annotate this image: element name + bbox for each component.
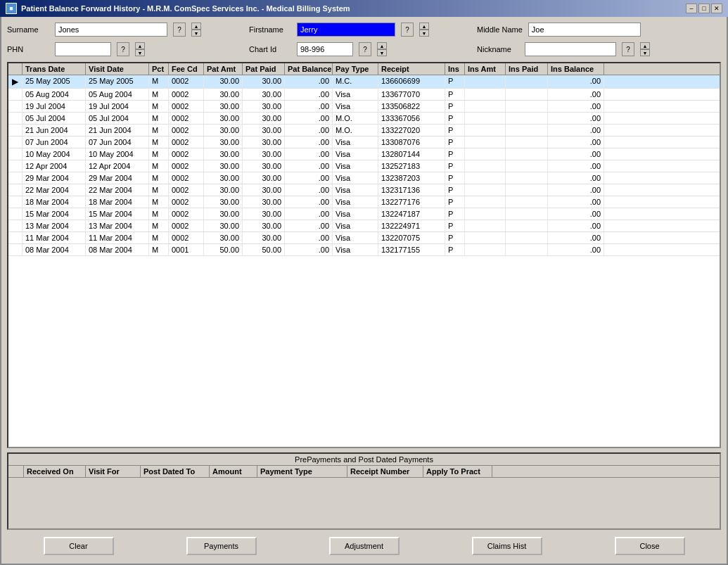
grid-cell [8,148,23,160]
phn-question-btn[interactable]: ? [117,42,129,56]
table-row[interactable]: 22 Mar 200422 Mar 2004M000230.0030.00.00… [8,184,720,196]
grid-cell: 30.00 [204,148,243,160]
grid-cell: M [149,125,169,136]
firstname-spin-down[interactable]: ▼ [419,30,429,37]
table-row[interactable]: 08 Mar 200408 Mar 2004M000150.0050.00.00… [8,244,720,256]
grid-cell: 30.00 [243,125,285,136]
payments-button[interactable]: Payments [186,537,257,555]
grid-cell: 132177155 [378,244,445,255]
phn-input[interactable] [55,42,111,56]
grid-header: Trans Date Visit Date Pct Fee Cd Pat Amt… [8,63,720,75]
firstname-input[interactable] [297,23,395,37]
chartid-label: Chart Id [249,45,291,53]
grid-cell: 30.00 [204,172,243,184]
grid-cell: M [149,184,169,196]
grid-cell: P [445,196,465,208]
grid-cell: 136606699 [378,75,445,88]
table-row[interactable]: 07 Jun 200407 Jun 2004M000230.0030.00.00… [8,137,720,148]
grid-cell: 132247187 [378,208,445,220]
grid-cell [8,232,23,243]
grid-cell: 132387203 [378,172,445,184]
table-row[interactable]: 21 Jun 200421 Jun 2004M000230.0030.00.00… [8,125,720,137]
table-row[interactable]: 19 Jul 200419 Jul 2004M000230.0030.00.00… [8,101,720,113]
grid-cell: Visa [333,244,378,255]
grid-cell: Visa [333,89,378,100]
table-row[interactable]: 05 Aug 200405 Aug 2004M000230.0030.00.00… [8,89,720,101]
grid-cell [506,244,548,255]
grid-cell: Visa [333,220,378,231]
col-receipt: Receipt [378,63,445,75]
adjustment-button[interactable]: Adjustment [329,537,400,555]
table-row[interactable]: ▶25 May 200525 May 2005M000230.0030.00.0… [8,75,720,89]
grid-cell [506,101,548,112]
nickname-spin-up[interactable]: ▲ [640,42,650,49]
firstname-question-btn[interactable]: ? [401,23,414,37]
grid-cell: 19 Jul 2004 [23,101,86,112]
close-button[interactable]: ✕ [711,4,722,13]
grid-cell: 0002 [169,232,204,243]
pp-col-post: Post Dated To [141,466,210,477]
grid-cell [506,137,548,148]
chartid-input[interactable] [297,42,353,56]
grid-cell: 05 Aug 2004 [23,89,86,100]
grid-cell [506,172,548,184]
grid-cell: M [149,137,169,148]
nickname-input[interactable] [525,42,616,56]
main-grid: Trans Date Visit Date Pct Fee Cd Pat Amt… [7,62,721,448]
grid-cell: 07 Jun 2004 [23,137,86,148]
col-pay-type: Pay Type [333,63,378,75]
table-row[interactable]: 05 Jul 200405 Jul 2004M000230.0030.00.00… [8,113,720,125]
grid-cell [8,220,23,231]
prepayment-body [8,478,720,528]
surname-input[interactable] [55,23,167,37]
grid-cell: M [149,89,169,100]
grid-cell: 132317136 [378,184,445,196]
grid-cell: 30.00 [243,160,285,172]
grid-cell: 08 Mar 2004 [86,244,149,255]
middlename-input[interactable] [528,23,641,37]
claims-hist-button[interactable]: Claims Hist [472,537,542,555]
table-row[interactable]: 15 Mar 200415 Mar 2004M000230.0030.00.00… [8,208,720,220]
grid-cell: 0002 [169,101,204,112]
table-row[interactable]: 18 Mar 200418 Mar 2004M000230.0030.00.00… [8,196,720,208]
nickname-question-btn[interactable]: ? [622,42,634,56]
table-row[interactable]: 29 Mar 200429 Mar 2004M000230.0030.00.00… [8,172,720,184]
phn-spin-up[interactable]: ▲ [135,42,145,49]
grid-cell: 30.00 [243,232,285,243]
grid-cell: 0002 [169,208,204,220]
surname-spin-up[interactable]: ▲ [191,23,201,30]
clear-button[interactable]: Clear [44,537,114,555]
grid-cell: Visa [333,172,378,184]
col-fee-cd: Fee Cd [169,63,204,75]
chartid-spin-down[interactable]: ▼ [377,49,387,56]
grid-cell: 0001 [169,244,204,255]
prepayment-title: PrePayments and Post Dated Payments [8,454,720,466]
grid-cell: 30.00 [243,208,285,220]
grid-cell: ▶ [8,75,23,88]
table-row[interactable]: 12 Apr 200412 Apr 2004M000230.0030.00.00… [8,160,720,172]
table-row[interactable]: 11 Mar 200411 Mar 2004M000230.0030.00.00… [8,232,720,244]
close-button-main[interactable]: Close [615,537,685,555]
grid-cell: 07 Jun 2004 [86,137,149,148]
grid-cell: 25 May 2005 [23,75,86,88]
chartid-spin-up[interactable]: ▲ [377,42,387,49]
firstname-spin-up[interactable]: ▲ [419,23,429,30]
firstname-spin: ▲ ▼ [419,23,429,37]
grid-cell: 30.00 [243,148,285,160]
chartid-question-btn[interactable]: ? [359,42,371,56]
surname-spin-down[interactable]: ▼ [191,30,201,37]
nickname-spin: ▲ ▼ [640,42,650,56]
col-ins: Ins [445,63,465,75]
nickname-spin-down[interactable]: ▼ [640,49,650,56]
phn-spin-down[interactable]: ▼ [135,49,145,56]
table-row[interactable]: 10 May 200410 May 2004M000230.0030.00.00… [8,148,720,160]
grid-cell: 133227020 [378,125,445,136]
surname-question-btn[interactable]: ? [173,23,186,37]
table-row[interactable]: 13 Mar 200413 Mar 2004M000230.0030.00.00… [8,220,720,232]
col-ins-amt: Ins Amt [465,63,506,75]
grid-cell [465,101,506,112]
grid-cell: 0002 [169,160,204,172]
maximize-button[interactable]: □ [698,4,710,13]
minimize-button[interactable]: – [686,4,697,13]
grid-cell: 05 Aug 2004 [86,89,149,100]
